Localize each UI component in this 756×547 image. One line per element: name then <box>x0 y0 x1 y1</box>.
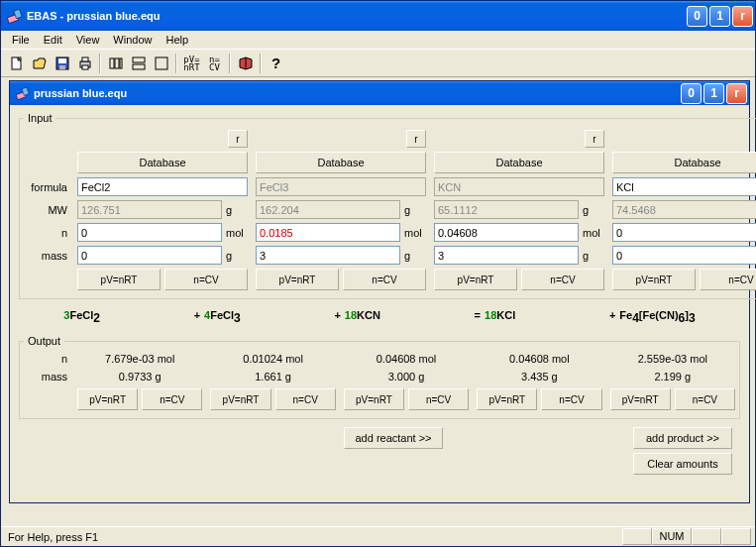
output-mass-value: 3.435 g <box>477 371 601 383</box>
unit-g: g <box>583 250 604 262</box>
doc-icon <box>16 86 30 100</box>
mass-input[interactable] <box>612 246 756 265</box>
out-pvnrt-button[interactable]: pV=nRT <box>77 388 138 410</box>
remove-column-button[interactable]: r <box>228 130 248 148</box>
svg-rect-4 <box>58 58 66 63</box>
minimize-button[interactable]: 0 <box>687 6 707 27</box>
database-button[interactable]: Database <box>612 152 756 173</box>
out-ncv-button[interactable]: n=CV <box>408 388 469 410</box>
menu-edit[interactable]: Edit <box>37 32 69 48</box>
ncv-button[interactable]: n=CV <box>343 269 426 290</box>
out-pvnrt-button[interactable]: pV=nRT <box>344 388 404 410</box>
child-minimize-button[interactable]: 0 <box>681 83 702 104</box>
formula-input[interactable] <box>612 177 756 196</box>
svg-rect-8 <box>82 65 88 69</box>
remove-column-button[interactable]: r <box>406 130 426 148</box>
status-num: NUM <box>652 528 692 545</box>
svg-rect-11 <box>120 58 122 68</box>
output-n-value: 0.04608 mol <box>344 353 469 365</box>
database-button[interactable]: Database <box>434 152 604 173</box>
close-button[interactable]: r <box>732 6 753 27</box>
help-icon[interactable]: ? <box>265 53 287 74</box>
layout3-icon[interactable] <box>150 53 172 74</box>
formula-input[interactable] <box>77 177 248 196</box>
clear-amounts-button[interactable]: Clear amounts <box>633 453 732 475</box>
svg-rect-5 <box>59 65 65 69</box>
unit-g: g <box>404 250 426 262</box>
mass-input[interactable] <box>77 246 222 265</box>
output-n-value: 2.559e-03 mol <box>610 353 735 365</box>
output-mass-value: 3.000 g <box>344 371 469 383</box>
database-button[interactable]: Database <box>77 152 248 173</box>
print-icon[interactable] <box>73 53 96 74</box>
pvnrt-tool-icon[interactable]: pV=nRT <box>180 53 203 74</box>
status-grip <box>721 528 751 545</box>
n-input[interactable] <box>612 223 756 242</box>
unit-g: g <box>583 204 604 216</box>
formula-input[interactable] <box>434 177 604 196</box>
mass-label: mass <box>24 250 69 262</box>
mw-label: MW <box>24 204 69 216</box>
unit-g: g <box>226 250 248 262</box>
menu-file[interactable]: File <box>5 32 37 48</box>
child-title: prussian blue.equ <box>34 87 681 99</box>
child-maximize-button[interactable]: 1 <box>703 83 724 104</box>
out-ncv-button[interactable]: n=CV <box>541 388 601 410</box>
out-ncv-button[interactable]: n=CV <box>675 388 735 410</box>
unit-g: g <box>404 204 426 216</box>
equation-display: 3FeCl2+4FeCl3+18KCN=18KCl+Fe4[Fe(CN)6]3 <box>19 299 740 335</box>
output-legend: Output <box>24 335 64 347</box>
ncv-button[interactable]: n=CV <box>164 269 248 290</box>
pvnrt-button[interactable]: pV=nRT <box>612 269 696 290</box>
add-product-button[interactable]: add product >> <box>633 427 732 449</box>
output-fieldset: Output n7.679e-03 mol0.01024 mol0.04608 … <box>19 335 740 419</box>
output-n-value: 0.04608 mol <box>477 353 601 365</box>
n-input[interactable] <box>434 223 579 242</box>
pvnrt-button[interactable]: pV=nRT <box>434 269 517 290</box>
svg-rect-14 <box>156 57 167 69</box>
database-button[interactable]: Database <box>256 152 426 173</box>
out-pvnrt-button[interactable]: pV=nRT <box>477 388 537 410</box>
unit-mol: mol <box>404 227 426 239</box>
child-titlebar: prussian blue.equ 0 1 r <box>10 81 749 105</box>
out-pvnrt-button[interactable]: pV=nRT <box>210 388 270 410</box>
output-mass-value: 0.9733 g <box>77 371 202 383</box>
status-help-text: For Help, press F1 <box>5 530 622 544</box>
layout1-icon[interactable] <box>104 53 127 74</box>
mass-input[interactable] <box>434 246 579 265</box>
output-mass-value: 2.199 g <box>610 371 735 383</box>
main-title: EBAS - prussian blue.equ <box>27 10 687 22</box>
maximize-button[interactable]: 1 <box>709 6 730 27</box>
out-ncv-button[interactable]: n=CV <box>275 388 336 410</box>
menu-view[interactable]: View <box>69 32 107 48</box>
menu-window[interactable]: Window <box>106 32 159 48</box>
pvnrt-button[interactable]: pV=nRT <box>256 269 339 290</box>
add-reactant-button[interactable]: add reactant >> <box>344 427 443 449</box>
child-close-button[interactable]: r <box>726 83 747 104</box>
ncv-tool-icon[interactable]: n=CV <box>203 53 226 74</box>
ncv-button[interactable]: n=CV <box>700 269 756 290</box>
n-input[interactable] <box>77 223 222 242</box>
book-icon[interactable] <box>234 53 257 74</box>
out-pvnrt-button[interactable]: pV=nRT <box>610 388 671 410</box>
save-icon[interactable] <box>51 53 73 74</box>
out-ncv-button[interactable]: n=CV <box>142 388 202 410</box>
mass-input[interactable] <box>256 246 400 265</box>
layout2-icon[interactable] <box>127 53 150 74</box>
input-legend: Input <box>24 112 55 124</box>
n-input[interactable] <box>256 223 400 242</box>
new-icon[interactable] <box>5 53 28 74</box>
menu-help[interactable]: Help <box>159 32 195 48</box>
svg-rect-12 <box>133 57 145 62</box>
svg-rect-9 <box>110 58 114 68</box>
open-icon[interactable] <box>28 53 51 74</box>
main-window: EBAS - prussian blue.equ 0 1 r File Edit… <box>0 0 756 547</box>
ncv-button[interactable]: n=CV <box>521 269 604 290</box>
formula-input[interactable] <box>256 177 426 196</box>
out-n-label: n <box>24 353 69 365</box>
remove-column-button[interactable]: r <box>585 130 604 148</box>
pvnrt-button[interactable]: pV=nRT <box>77 269 161 290</box>
status-pane-1 <box>622 528 652 545</box>
output-n-value: 0.01024 mol <box>210 353 335 365</box>
unit-g: g <box>226 204 248 216</box>
